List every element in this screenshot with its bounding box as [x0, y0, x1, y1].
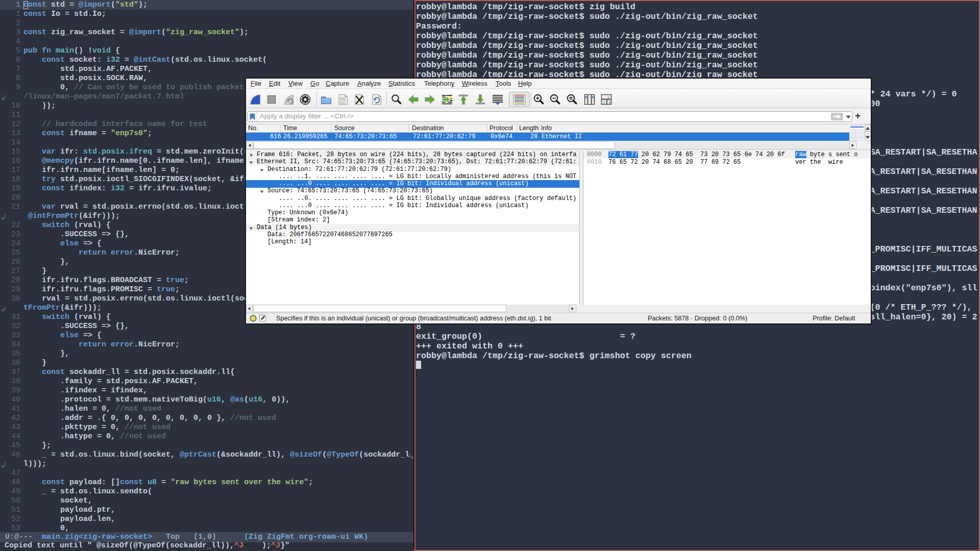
svg-text:2: 2	[603, 100, 605, 105]
svg-text:0111: 0111	[340, 102, 346, 104]
svg-text:1: 1	[607, 95, 609, 99]
svg-text:3: 3	[608, 100, 610, 105]
